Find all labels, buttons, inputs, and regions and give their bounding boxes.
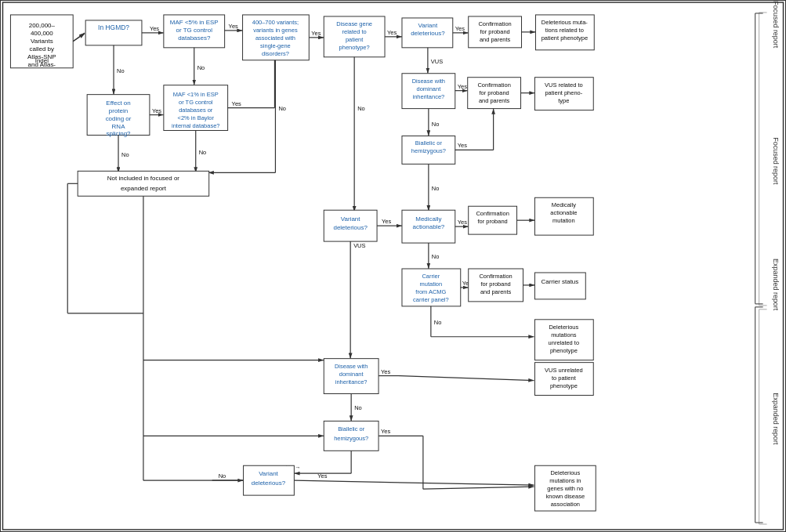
box-med-action-text: Medically [552,201,576,208]
box-carrier-status [534,273,585,299]
svg-text:or TG control: or TG control [176,27,213,34]
svg-line-92 [400,376,534,381]
svg-text:called by: called by [30,45,54,52]
box-disease-related-text: Disease gene [336,20,372,27]
svg-text:tions related to: tions related to [545,27,584,34]
svg-text:protein: protein [109,107,128,114]
box-vus-related-text: VUS related to [545,81,583,89]
svg-line-118 [73,33,85,42]
yes-label-8: Yes [458,83,467,90]
box-del-unrelated-text: Deleterious [549,324,578,331]
yes-label-6: Yes [387,29,397,36]
svg-text:for proband: for proband [480,89,509,96]
box-conf-3-text: Confirmation [479,273,512,280]
no-label-10: No [434,319,442,326]
svg-text:mutations: mutations [551,331,577,338]
svg-text:400,000: 400,000 [31,30,53,37]
focused-report-label: Focused report [772,137,780,185]
svg-text:patient pheno-: patient pheno- [545,89,582,96]
yes-label-7: Yes [455,25,465,32]
box-conf-2-text: Confirmation [477,81,510,89]
no-label-13: No [219,472,226,480]
svg-text:expanded report: expanded report [121,185,167,192]
box-maf1-text: MAF <1% in ESP [173,91,219,98]
box-variant-del-3-text: Variant [259,470,278,477]
svg-text:single-gene: single-gene [260,42,291,49]
box-del-no-disease-text: Deleterious [550,469,580,476]
svg-text:dominant: dominant [339,371,364,378]
svg-text:actionable: actionable [550,209,577,216]
svg-text:and parents: and parents [480,36,511,43]
svg-text:internal database?: internal database? [172,122,219,129]
no-label-3: No [121,151,129,158]
svg-text:for proband: for proband [481,280,511,288]
svg-text:carrier panel?: carrier panel? [413,296,449,303]
box-dominant-1-text: Disease with [412,78,445,85]
no-label-7: No [432,121,440,128]
flowchart-container: Focused report Expanded report 200,000– … [0,0,786,532]
yes-label-10: Yes [382,218,391,225]
box-indel-text: Indel [35,57,49,64]
svg-text:phenotype?: phenotype? [339,44,370,51]
no-label-6: No [357,105,365,112]
svg-text:phenotype: phenotype [550,347,578,354]
box-not-included-text: Not included in focused or [107,175,179,182]
svg-text:mutation: mutation [552,217,575,224]
yes-label-4: Yes [232,100,241,107]
box-conf-1-text: Confirmation [478,20,511,27]
no-label-4: No [199,149,207,156]
no-label-5: No [278,105,286,112]
svg-text:phenotype: phenotype [550,382,578,389]
svg-text:hemizygous?: hemizygous? [411,147,446,154]
box-carrier-status-text: Carrier status [541,278,578,285]
box-variant-del-1-text: Variant [418,22,438,29]
yes-label-14: Yes [381,428,390,435]
expanded-report-label: Expanded report [772,393,780,445]
box-hgmd-text: In HGMD? [98,24,129,31]
box-conf-proband-text: Confirmation [476,210,509,217]
svg-text:and parents: and parents [480,288,512,295]
box-dominant-2-text: Disease with [335,363,368,370]
svg-text:actionable?: actionable? [412,223,444,230]
svg-text:to patient: to patient [552,375,577,382]
box-protein-text: Effect on [106,100,130,107]
vus-label-2: VUS [353,242,365,249]
box-400-700-text: 400–700 variants; [252,19,299,26]
svg-text:hemizygous?: hemizygous? [334,435,368,442]
box-medically-actionable-text: Medically [415,215,441,223]
svg-text:for proband: for proband [480,28,510,35]
svg-text:disorders?: disorders? [262,50,289,57]
vus-label-1: VUS [431,58,443,65]
svg-text:<2% in Baylor: <2% in Baylor [178,114,215,121]
svg-text:type: type [558,97,569,104]
svg-text:inheritance?: inheritance? [413,93,445,100]
box-acmg-carrier-text: Carrier [422,273,440,280]
box-biallelic-2-text: Biallelic or [338,425,365,432]
svg-line-99 [423,487,534,489]
focused-report-bracket-label: Focused report [772,1,780,49]
svg-text:databases?: databases? [178,34,211,42]
svg-text:dominant: dominant [416,85,441,92]
yes-label-9: Yes [458,142,467,149]
svg-text:and parents: and parents [479,97,510,104]
svg-text:deleterious?: deleterious? [411,30,445,37]
svg-text:RNA: RNA [112,123,126,130]
no-label-11: No [354,404,362,411]
svg-text:associated with: associated with [255,34,295,42]
svg-text:Variants: Variants [31,38,53,45]
yes-label-13: Yes [381,368,390,375]
expanded-report-bracket-label: Expanded report [772,259,780,311]
box-variant-del-2-text: Variant [341,215,360,223]
svg-text:inheritance?: inheritance? [335,378,368,385]
no-label-9: No [432,253,440,260]
svg-line-103 [294,480,534,485]
no-label-8: No [432,185,440,192]
svg-text:genes with no: genes with no [547,485,583,492]
yes-label-2: Yes [229,23,238,30]
no-label-2: No [197,64,205,71]
svg-text:related to: related to [342,28,367,35]
svg-text:patient phenotype: patient phenotype [542,34,588,42]
yes-label-5: Yes [311,30,321,37]
svg-text:known disease: known disease [546,493,585,500]
box-maf5-text: MAF <5% in ESP [170,19,219,26]
